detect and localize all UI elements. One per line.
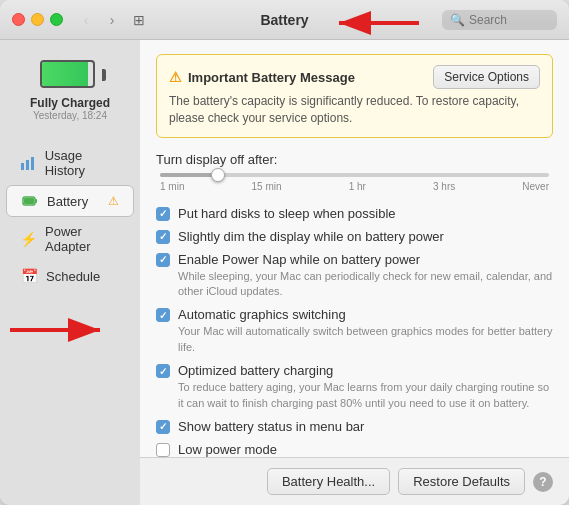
usage-history-label: Usage History <box>45 148 120 178</box>
important-message-box: ⚠ Important Battery Message Service Opti… <box>156 54 553 138</box>
search-icon: 🔍 <box>450 13 465 27</box>
service-options-button[interactable]: Service Options <box>433 65 540 89</box>
battery-nav-label: Battery <box>47 194 88 209</box>
option-show-menu-bar: ✓ Show battery status in menu bar <box>156 419 553 434</box>
schedule-label: Schedule <box>46 269 100 284</box>
important-message-title: Important Battery Message <box>188 70 355 85</box>
warning-icon: ⚠ <box>169 69 182 85</box>
option-power-nap-desc: While sleeping, your Mac can periodicall… <box>178 269 553 300</box>
close-button[interactable] <box>12 13 25 26</box>
sidebar-item-power-adapter[interactable]: ⚡ Power Adapter <box>6 218 134 260</box>
svg-rect-6 <box>24 198 34 204</box>
option-optimized-charging: ✓ Optimized battery charging To reduce b… <box>156 363 553 411</box>
option-sleep-disks-label: Put hard disks to sleep when possible <box>178 206 396 221</box>
right-panel: ⚠ Important Battery Message Service Opti… <box>140 40 569 457</box>
slider-track[interactable] <box>160 173 549 177</box>
option-sleep-disks: ✓ Put hard disks to sleep when possible <box>156 206 553 221</box>
red-arrow-top <box>329 5 429 41</box>
checkbox-optimized-charging[interactable]: ✓ <box>156 364 170 378</box>
power-adapter-icon: ⚡ <box>20 230 37 248</box>
svg-rect-3 <box>31 157 34 170</box>
help-button[interactable]: ? <box>533 472 553 492</box>
battery-health-button[interactable]: Battery Health... <box>267 468 390 495</box>
sidebar-nav: Usage History Battery ⚠ ⚡ Power <box>0 141 140 292</box>
sidebar-item-usage-history[interactable]: Usage History <box>6 142 134 184</box>
power-adapter-label: Power Adapter <box>45 224 120 254</box>
schedule-icon: 📅 <box>20 267 38 285</box>
display-off-slider-section: Turn display off after: 1 min 15 min 1 h… <box>156 152 553 192</box>
back-button[interactable]: ‹ <box>75 9 97 31</box>
svg-rect-1 <box>21 163 24 170</box>
bottom-bar: Battery Health... Restore Defaults ? <box>140 457 569 505</box>
checkbox-sleep-disks[interactable]: ✓ <box>156 207 170 221</box>
sidebar-item-battery[interactable]: Battery ⚠ <box>6 185 134 217</box>
option-auto-graphics: ✓ Automatic graphics switching Your Mac … <box>156 307 553 355</box>
svg-rect-2 <box>26 160 29 170</box>
traffic-lights <box>12 13 63 26</box>
checkbox-dim-display[interactable]: ✓ <box>156 230 170 244</box>
battery-nav-icon <box>21 192 39 210</box>
search-input[interactable] <box>469 13 549 27</box>
checkbox-low-power[interactable] <box>156 443 170 457</box>
slider-mark-1: 15 min <box>252 181 282 192</box>
slider-mark-3: 3 hrs <box>433 181 455 192</box>
window-title: Battery <box>260 12 308 28</box>
option-auto-graphics-desc: Your Mac will automatically switch betwe… <box>178 324 553 355</box>
sidebar: Fully Charged Yesterday, 18:24 Usage His… <box>0 40 140 505</box>
svg-rect-5 <box>35 199 37 203</box>
battery-time-label: Yesterday, 18:24 <box>33 110 107 121</box>
red-arrow-bottom <box>0 312 120 348</box>
grid-icon[interactable]: ⊞ <box>133 12 145 28</box>
nav-buttons: ‹ › <box>75 9 123 31</box>
option-optimized-charging-desc: To reduce battery aging, your Mac learns… <box>178 380 553 411</box>
slider-mark-4: Never <box>522 181 549 192</box>
forward-button[interactable]: › <box>101 9 123 31</box>
options-list: ✓ Put hard disks to sleep when possible … <box>156 206 553 457</box>
option-low-power: Low power mode Your Mac will optimize pe… <box>156 442 553 457</box>
slider-thumb[interactable] <box>211 168 225 182</box>
slider-mark-0: 1 min <box>160 181 184 192</box>
usage-history-icon <box>20 154 37 172</box>
search-box[interactable]: 🔍 <box>442 10 557 30</box>
option-power-nap: ✓ Enable Power Nap while on battery powe… <box>156 252 553 300</box>
battery-status-display: Fully Charged Yesterday, 18:24 <box>20 50 120 131</box>
option-optimized-charging-label: Optimized battery charging <box>178 363 333 378</box>
option-low-power-label: Low power mode <box>178 442 277 457</box>
checkbox-power-nap[interactable]: ✓ <box>156 253 170 267</box>
option-dim-display-label: Slightly dim the display while on batter… <box>178 229 444 244</box>
battery-icon-large <box>40 60 100 90</box>
checkbox-auto-graphics[interactable]: ✓ <box>156 308 170 322</box>
minimize-button[interactable] <box>31 13 44 26</box>
battery-warn-icon: ⚠ <box>108 194 119 208</box>
option-auto-graphics-label: Automatic graphics switching <box>178 307 346 322</box>
checkbox-show-menu-bar[interactable]: ✓ <box>156 420 170 434</box>
slider-mark-2: 1 hr <box>349 181 366 192</box>
restore-defaults-button[interactable]: Restore Defaults <box>398 468 525 495</box>
important-message-body: The battery's capacity is significantly … <box>169 93 540 127</box>
maximize-button[interactable] <box>50 13 63 26</box>
option-show-menu-bar-label: Show battery status in menu bar <box>178 419 364 434</box>
sidebar-item-schedule[interactable]: 📅 Schedule <box>6 261 134 291</box>
option-dim-display: ✓ Slightly dim the display while on batt… <box>156 229 553 244</box>
battery-charge-label: Fully Charged <box>30 96 110 110</box>
slider-label: Turn display off after: <box>156 152 553 167</box>
option-power-nap-label: Enable Power Nap while on battery power <box>178 252 420 267</box>
